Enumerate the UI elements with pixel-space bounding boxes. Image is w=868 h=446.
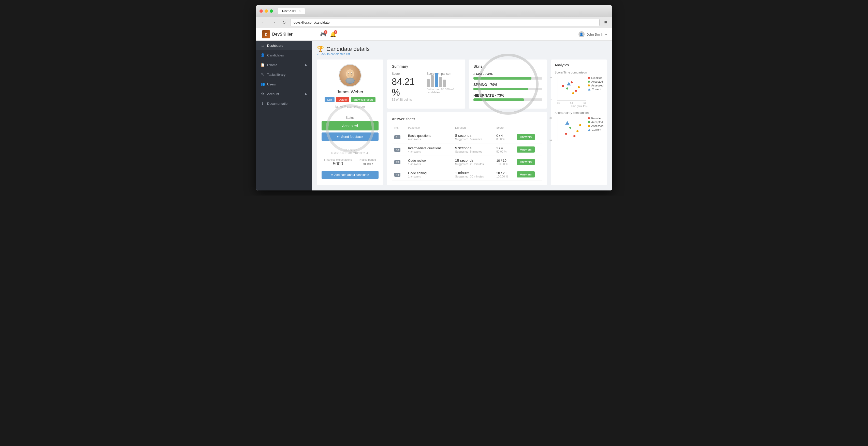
answers-button-1[interactable]: Answers	[517, 134, 535, 140]
legend-assessed: Assessed	[588, 84, 603, 87]
breadcrumb[interactable]: Back to candidates list	[317, 52, 607, 56]
row-action-4: Answers	[515, 168, 542, 181]
comparison-sub: Better than 83.33% of candidates.	[427, 88, 461, 94]
duration-value-2: 9 seconds	[455, 146, 491, 150]
page-title-text-4: Code editing	[408, 171, 450, 175]
financial-expectations: Financial expectations 5000	[324, 158, 352, 166]
edit-button[interactable]: Edit	[324, 97, 335, 102]
score-pct-4: 100.00 %	[496, 175, 512, 178]
sidebar-item-account[interactable]: ⚙ Account ▶	[256, 89, 312, 99]
feedback-label: Send feedback	[341, 135, 363, 138]
notification-icon-1[interactable]: 🎮 2	[320, 31, 327, 37]
feedback-icon: ↩	[337, 135, 340, 138]
score-cell-3: 10 / 10	[496, 159, 512, 162]
page-subtitle-2: 4 answers	[408, 150, 450, 153]
salary-current-marker	[565, 121, 569, 125]
skill-bar-fill-java	[473, 77, 531, 79]
score-main: Score 84.21 % 32 of 38 points	[392, 72, 419, 101]
score-value: 84.21 %	[392, 76, 419, 98]
row-num-2: #2	[392, 144, 405, 156]
salary-legend-label-assessed: Assessed	[591, 124, 603, 127]
skill-bar-fill-spring	[473, 88, 528, 90]
sidebar: ⌂ Dashboard 👤 Candidates 📋 Exams ▶	[256, 41, 312, 190]
sidebar-item-label-tasks: Tasks library	[267, 73, 285, 76]
accepted-button[interactable]: Accepted	[321, 121, 378, 130]
candidate-avatar-img	[339, 65, 361, 86]
refresh-button[interactable]: ↻	[280, 19, 288, 26]
score-cell-4: 20 / 20	[496, 171, 512, 175]
skill-name-hibernate: HIBERNATE - 73%	[473, 93, 504, 97]
close-button[interactable]	[259, 9, 263, 13]
browser-content: D DevSKiller 🎮 2 🔔 1 👤	[256, 28, 612, 190]
report-button[interactable]: Show full report	[351, 97, 375, 102]
salary-dot-2	[574, 135, 576, 137]
sidebar-item-dashboard[interactable]: ⌂ Dashboard	[256, 41, 312, 50]
answers-button-3[interactable]: Answers	[517, 159, 535, 165]
row-duration-2: 9 seconds Suggested: 5 minutes	[453, 144, 494, 156]
skill-bar-bg-java	[473, 77, 542, 79]
account-arrow-icon: ▶	[305, 93, 307, 95]
maximize-button[interactable]	[270, 9, 273, 13]
chart-area-salary: 38 16	[555, 117, 586, 145]
delete-button[interactable]: Delete	[336, 97, 349, 102]
col-no: No.	[392, 125, 405, 131]
svg-point-0	[339, 65, 361, 86]
candidate-card: James Weber Edit Delete Show full report…	[317, 60, 383, 185]
row-score-3: 10 / 10 100.00 %	[494, 156, 515, 168]
legend-label-assessed: Assessed	[591, 84, 603, 87]
row-num-badge-2: #2	[394, 148, 400, 152]
score-salary-section: Score/Salary comparison 38 16	[555, 111, 603, 145]
salary-dot-1	[565, 133, 567, 135]
col-duration: Duration	[453, 125, 494, 131]
browser-menu-button[interactable]: ≡	[602, 19, 609, 26]
sidebar-item-documentation[interactable]: ℹ Documentation	[256, 99, 312, 108]
skill-bar-bg-spring	[473, 88, 542, 90]
sidebar-item-label-documentation: Documentation	[267, 102, 289, 105]
user-name: John Smith	[587, 33, 603, 36]
answers-button-4[interactable]: Answers	[517, 171, 535, 178]
sidebar-item-candidates[interactable]: 👤 Candidates	[256, 50, 312, 60]
salary-legend-dot-accepted	[588, 121, 590, 123]
back-button[interactable]: ←	[259, 19, 267, 26]
answers-button-2[interactable]: Answers	[517, 147, 535, 153]
badge-1: 2	[324, 30, 328, 34]
comp-bar-1	[427, 79, 430, 87]
score-cell-1: 0 / 4	[496, 134, 512, 137]
x-axis-labels: 16 50 60	[557, 102, 586, 104]
svg-point-7	[345, 77, 354, 84]
sidebar-item-users[interactable]: 👥 Users	[256, 79, 312, 89]
legend-dot-assessed	[588, 85, 590, 87]
send-feedback-button[interactable]: ↩ Send feedback	[321, 132, 378, 141]
forward-button[interactable]: →	[270, 19, 278, 26]
duration-value-1: 8 seconds	[455, 133, 491, 137]
comparison-label: Score comparison	[427, 72, 461, 75]
sidebar-item-tasks[interactable]: ✎ Tasks library	[256, 70, 312, 79]
comp-bar-3	[435, 73, 438, 87]
row-title-1: Basic questions 4 answers	[405, 131, 453, 144]
tab-close-icon[interactable]: ✕	[299, 9, 301, 13]
skill-name-spring: SPRING - 79%	[473, 83, 497, 87]
salary-chart-with-legend: 38 16	[555, 117, 603, 145]
logo-icon: D	[262, 30, 270, 38]
browser-tab[interactable]: DevSKiller ✕	[278, 8, 305, 14]
row-title-3: Code review 1 answers	[405, 156, 453, 168]
x-label-60: 60	[583, 102, 586, 104]
salary-legend-label-rejected: Rejected	[591, 117, 602, 120]
notification-icon-2[interactable]: 🔔 1	[330, 31, 336, 37]
candidate-meta: John Smith Test finished: 2017/10/23 21:…	[331, 149, 370, 155]
minimize-button[interactable]	[265, 9, 268, 13]
row-num-4: #4	[392, 168, 405, 181]
summary-title: Summary	[392, 64, 461, 68]
url-bar[interactable]	[290, 19, 599, 26]
skill-bar-bg-hibernate	[473, 98, 542, 101]
answer-table-head: No. Page title Duration Score	[392, 125, 542, 131]
chart-area-time: 38 16	[555, 76, 586, 104]
y-axis-16-salary: 16	[550, 138, 552, 141]
sidebar-item-exams[interactable]: 📋 Exams ▶	[256, 60, 312, 70]
logo-text: DevSKiller	[272, 32, 292, 37]
skill-item-java: JAVA - 84%	[473, 72, 542, 79]
user-menu[interactable]: 👤 John Smith ▾	[579, 31, 607, 37]
page-header: 🏆 Candidate details Back to candidates l…	[317, 46, 607, 56]
candidate-avatar	[339, 64, 362, 87]
add-note-button[interactable]: ✏ Add note about candidate	[321, 171, 378, 179]
